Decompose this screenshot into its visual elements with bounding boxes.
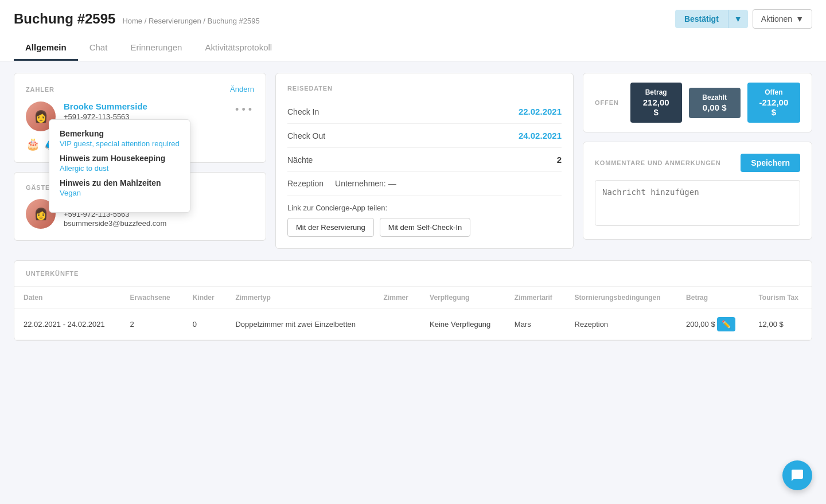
col-stornierung: Stornierungsbedingungen bbox=[566, 287, 677, 309]
cell-zimmertyp: Doppelzimmer mit zwei Einzelbetten bbox=[226, 309, 374, 340]
bezahlt-value: 0,00 $ bbox=[700, 103, 729, 112]
right-column: OFFEN Betrag 212,00 $ Bezahlt 0,00 $ Off… bbox=[583, 73, 812, 240]
zahler-label: ZAHLER Ändern bbox=[26, 85, 254, 93]
breadcrumb-reservierungen[interactable]: Reservierungen bbox=[149, 17, 201, 25]
cell-betrag: 200,00 $ ✏️ bbox=[677, 309, 749, 340]
tab-chat[interactable]: Chat bbox=[78, 36, 119, 61]
housekeeping-title: Hinweis zum Housekeeping bbox=[60, 154, 180, 163]
andern-button[interactable]: Ändern bbox=[230, 85, 254, 93]
bemerkung-text: VIP guest, special attention required bbox=[60, 139, 180, 148]
cell-zimmer bbox=[375, 309, 421, 340]
unternehmen-key: Unternehmen: bbox=[335, 179, 386, 188]
col-zimmertarif: Zimmertarif bbox=[505, 287, 566, 309]
offen-card: OFFEN Betrag 212,00 $ Bezahlt 0,00 $ Off… bbox=[583, 73, 812, 132]
status-dropdown-arrow[interactable]: ▼ bbox=[728, 10, 748, 28]
offen-section-label: OFFEN bbox=[595, 99, 619, 106]
link-label: Link zur Concierge-App teilen: bbox=[287, 204, 562, 212]
cell-stornierung: Rezeption bbox=[566, 309, 677, 340]
btn-reservierung[interactable]: Mit der Reservierung bbox=[287, 218, 374, 237]
rezeption-row: Rezeption Unternehmen: — bbox=[287, 172, 562, 196]
checkout-value: 24.02.2021 bbox=[519, 131, 562, 140]
bemerkung-title: Bemerkung bbox=[60, 129, 180, 138]
edit-betrag-button[interactable]: ✏️ bbox=[717, 317, 735, 331]
naechte-value: 2 bbox=[557, 155, 562, 165]
aktionen-label: Aktionen bbox=[761, 14, 792, 24]
middle-column: REISEDATEN Check In 22.02.2021 Check Out… bbox=[275, 73, 574, 249]
reisedaten-card: REISEDATEN Check In 22.02.2021 Check Out… bbox=[275, 73, 574, 249]
btn-selfcheckin[interactable]: Mit dem Self-Check-In bbox=[380, 218, 471, 237]
kommentare-title: KOMMENTARE UND ANMERKUNGEN bbox=[595, 159, 721, 166]
naechte-row: Nächte 2 bbox=[287, 148, 562, 172]
zahler-name[interactable]: Brooke Summerside bbox=[64, 101, 225, 111]
bezahlt-box: Bezahlt 0,00 $ bbox=[689, 88, 741, 118]
header-actions: Bestätigt ▼ Aktionen ▼ bbox=[675, 9, 812, 29]
mahlzeiten-title: Hinweis zu den Mahlzeiten bbox=[60, 178, 180, 187]
rezeption-label: Rezeption bbox=[287, 179, 324, 188]
col-erwachsene: Erwachsene bbox=[121, 287, 184, 309]
betrag-value: 212,00 $ bbox=[642, 97, 671, 117]
speichern-button[interactable]: Speichern bbox=[741, 154, 800, 172]
nachricht-input[interactable] bbox=[595, 180, 800, 226]
cell-zimmertarif: Mars bbox=[505, 309, 566, 340]
breadcrumb-current: Buchung #2595 bbox=[208, 17, 260, 25]
col-kinder: Kinder bbox=[184, 287, 227, 309]
unternehmen-value: — bbox=[388, 179, 396, 188]
checkout-label: Check Out bbox=[287, 131, 325, 140]
col-tourismtax: Tourism Tax bbox=[749, 287, 812, 309]
betrag-box: Betrag 212,00 $ bbox=[630, 83, 682, 123]
cell-kinder: 0 bbox=[184, 309, 227, 340]
col-betrag: Betrag bbox=[677, 287, 749, 309]
col-zimmertyp: Zimmertyp bbox=[226, 287, 374, 309]
checkout-row: Check Out 24.02.2021 bbox=[287, 124, 562, 148]
col-zimmer: Zimmer bbox=[375, 287, 421, 309]
more-options-dots[interactable]: • • • bbox=[233, 101, 254, 118]
breadcrumb: Home / Reservierungen / Buchung #2595 bbox=[122, 17, 259, 25]
checkin-value: 22.02.2021 bbox=[519, 107, 562, 116]
offen-value: -212,00 $ bbox=[759, 97, 789, 117]
tab-erinnerungen[interactable]: Erinnerungen bbox=[119, 36, 193, 61]
page-header: Buchung #2595 Home / Reservierungen / Bu… bbox=[0, 0, 826, 61]
status-button[interactable]: Bestätigt bbox=[675, 10, 728, 28]
kommentare-card: KOMMENTARE UND ANMERKUNGEN Speichern bbox=[583, 142, 812, 240]
gaeste-email: bsummerside3@buzzfeed.com bbox=[64, 219, 254, 228]
left-column: ZAHLER Ändern 👩 Brooke Summerside +591-9… bbox=[14, 73, 266, 241]
unterkuenfte-header: UNTERKÜNFTE bbox=[14, 261, 812, 287]
tabs-nav: Allgemein Chat Erinnerungen Aktivitätspr… bbox=[14, 36, 812, 61]
cell-tourismtax: 12,00 $ bbox=[749, 309, 812, 340]
tab-allgemein[interactable]: Allgemein bbox=[14, 36, 78, 61]
kommentare-header: KOMMENTARE UND ANMERKUNGEN Speichern bbox=[595, 154, 800, 172]
cell-verpflegung: Keine Verpflegung bbox=[420, 309, 505, 340]
page-title: Buchung #2595 bbox=[14, 11, 115, 27]
unternehmen-label: Unternehmen: — bbox=[335, 179, 396, 188]
offen-title: Offen bbox=[759, 88, 789, 96]
unterkuenfte-table-wrapper: Daten Erwachsene Kinder Zimmertyp Zimmer… bbox=[14, 287, 812, 340]
checkin-label: Check In bbox=[287, 107, 319, 116]
breadcrumb-home[interactable]: Home bbox=[122, 17, 142, 25]
bezahlt-title: Bezahlt bbox=[700, 93, 729, 101]
table-header-row: Daten Erwachsene Kinder Zimmertyp Zimmer… bbox=[14, 287, 812, 309]
main-content: ZAHLER Ändern 👩 Brooke Summerside +591-9… bbox=[0, 61, 826, 260]
tab-aktivitaetsprotokoll[interactable]: Aktivitätsprotokoll bbox=[193, 36, 283, 61]
table-row: 22.02.2021 - 24.02.2021 2 0 Doppelzimmer… bbox=[14, 309, 812, 340]
link-section: Link zur Concierge-App teilen: Mit der R… bbox=[287, 196, 562, 237]
zahler-card: ZAHLER Ändern 👩 Brooke Summerside +591-9… bbox=[14, 73, 266, 163]
aktionen-chevron-icon: ▼ bbox=[796, 14, 804, 24]
unterkuenfte-card: UNTERKÜNFTE Daten Erwachsene Kinder Zimm… bbox=[14, 260, 812, 341]
cell-erwachsene: 2 bbox=[121, 309, 184, 340]
reisedaten-label: REISEDATEN bbox=[287, 85, 562, 92]
col-verpflegung: Verpflegung bbox=[420, 287, 505, 309]
betrag-title: Betrag bbox=[642, 88, 671, 96]
naechte-label: Nächte bbox=[287, 155, 313, 165]
badge-birthday-icon[interactable]: 🎂 bbox=[26, 137, 40, 151]
aktionen-button[interactable]: Aktionen ▼ bbox=[753, 9, 812, 29]
cell-daten: 22.02.2021 - 24.02.2021 bbox=[14, 309, 121, 340]
offen-box: Offen -212,00 $ bbox=[747, 83, 800, 123]
col-daten: Daten bbox=[14, 287, 121, 309]
mahlzeiten-text: Vegan bbox=[60, 189, 180, 197]
bottom-section: UNTERKÜNFTE Daten Erwachsene Kinder Zimm… bbox=[0, 260, 826, 354]
housekeeping-text: Allergic to dust bbox=[60, 164, 180, 173]
checkin-row: Check In 22.02.2021 bbox=[287, 100, 562, 124]
tooltip-popup: Bemerkung VIP guest, special attention r… bbox=[49, 119, 190, 213]
link-buttons: Mit der Reservierung Mit dem Self-Check-… bbox=[287, 218, 562, 237]
status-button-group: Bestätigt ▼ bbox=[675, 10, 748, 28]
